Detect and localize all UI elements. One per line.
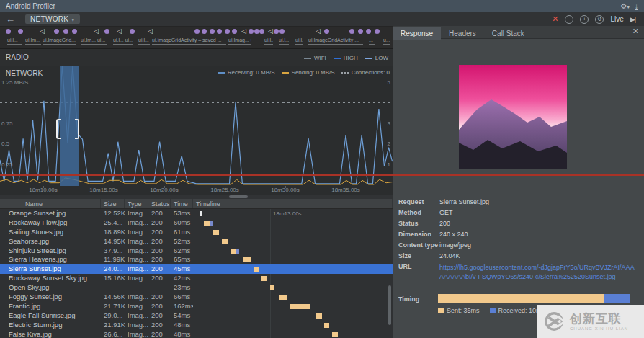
activity-event-dot[interactable] [72, 29, 77, 34]
skip-to-live-icon[interactable]: ▶| [630, 16, 635, 23]
activity-event-dot[interactable] [63, 29, 68, 34]
table-cell: Imag... [125, 274, 148, 283]
activity-event-dot[interactable] [6, 29, 11, 34]
activity-event-dot[interactable] [194, 29, 200, 34]
table-row[interactable]: Orange Sunset.jpg12.52KImag...20053ms [0, 209, 393, 218]
request-timeline-bar[interactable] [222, 239, 228, 244]
request-timeline-bar[interactable] [243, 257, 251, 262]
url-link[interactable]: https://lh5.googleusercontent.com/-dJgja… [439, 262, 635, 282]
table-row[interactable]: Rockaway Flow.jpg25.4...Imag...20060ms [0, 218, 393, 228]
table-cell: 12.52K [101, 209, 125, 218]
back-event-triangle-icon[interactable]: ◁ [117, 27, 122, 35]
activity-event-dot[interactable] [54, 29, 59, 34]
table-row[interactable]: Electric Storm.jpg21.91KImag...20048ms [0, 321, 393, 330]
table-row[interactable]: Open Sky.jpg23ms [0, 283, 393, 293]
activity-event-dot[interactable] [249, 29, 254, 34]
table-row[interactable]: Foggy Sunset.jpg14.56KImag...20066ms [0, 293, 393, 302]
activity-event-dot[interactable] [130, 29, 135, 34]
tab-headers[interactable]: Headers [441, 27, 484, 40]
table-row[interactable]: False Kiva.jpg26.6...Imag...20048ms [0, 330, 393, 338]
table-cell [101, 283, 125, 293]
activity-label: ... [369, 37, 375, 45]
timing-bar [438, 294, 630, 303]
table-row[interactable]: Eagle Fall Sunrise.jpg29.0...Imag...2005… [0, 311, 393, 321]
activity-event-dot[interactable] [324, 29, 329, 34]
column-header-name[interactable]: Name [0, 199, 101, 208]
back-event-triangle-icon[interactable]: ◁ [241, 27, 246, 35]
column-header-type[interactable]: Type [125, 199, 148, 208]
back-button[interactable]: ← [6, 14, 15, 25]
vertical-scrollbar-thumb[interactable] [388, 285, 391, 325]
table-header[interactable]: NameSizeTypeStatusTimeTimeline [0, 199, 393, 209]
activity-event-dot[interactable] [18, 29, 23, 34]
settings-gear-icon[interactable]: ⚙▾ [621, 0, 630, 13]
table-row[interactable]: Sierra Sunset.jpg24.0...Imag...20045ms [0, 264, 393, 274]
back-event-triangle-icon[interactable]: ◁ [148, 27, 153, 35]
request-timeline-bar[interactable] [254, 267, 259, 272]
back-event-triangle-icon[interactable]: ◁ [40, 27, 45, 35]
table-row[interactable]: Shinjuku Street.jpg37.9...Imag...20062ms [0, 246, 393, 256]
activity-event-dot[interactable] [232, 29, 237, 34]
activity-event-dot[interactable] [217, 29, 222, 34]
table-row[interactable]: Rockaway Sunset Sky.jpg15.16KImag...2004… [0, 274, 393, 283]
zoom-in-button[interactable]: + [580, 15, 589, 24]
detail-field: Size24.04K [398, 251, 640, 262]
activity-event-dot[interactable] [259, 29, 264, 34]
table-row[interactable]: Frantic.jpg21.71KImag...200162ms [0, 302, 393, 311]
tab-response[interactable]: Response [393, 27, 441, 40]
activity-event-dot[interactable] [274, 29, 279, 34]
activity-event-dot[interactable] [104, 29, 109, 34]
back-event-triangle-icon[interactable]: ◁ [268, 27, 273, 35]
download-icon[interactable]: ↓ [635, 3, 638, 10]
end-session-button[interactable]: ✕ [552, 14, 558, 24]
column-header-size[interactable]: Size [101, 199, 125, 208]
column-header-time[interactable]: Time [171, 199, 193, 208]
selection-handle-left[interactable] [56, 119, 61, 139]
request-timeline-bar[interactable] [261, 276, 267, 281]
request-timeline-bar[interactable] [200, 211, 202, 216]
table-cell: False Kiva.jpg [0, 330, 101, 338]
activity-event-dot[interactable] [349, 29, 354, 34]
detail-field: Status200 [398, 218, 640, 229]
table-row[interactable]: Sierra Heavens.jpg11.99KImag...20065ms [0, 255, 393, 264]
activity-event-dot[interactable] [358, 29, 363, 34]
activity-event-dot[interactable] [375, 29, 380, 34]
table-cell: Sierra Sunset.jpg [0, 264, 101, 274]
reset-zoom-button[interactable]: ↺ [595, 15, 604, 24]
request-timeline-bar[interactable] [332, 332, 338, 337]
horizontal-scrollbar-thumb[interactable] [229, 195, 248, 198]
timing-label: Timing [398, 295, 419, 303]
back-event-triangle-icon[interactable]: ◁ [94, 27, 99, 35]
request-timeline-bar[interactable] [324, 323, 329, 328]
table-row[interactable]: Sailing Stones.jpg18.89KImag...20061ms [0, 228, 393, 237]
session-selector-network[interactable]: NETWORK▾ [25, 14, 80, 24]
activity-event-dot[interactable] [279, 29, 285, 34]
radio-state-row: RADIO WIFIHIGHLOW [0, 48, 393, 66]
activity-event-dot[interactable] [225, 29, 230, 34]
activity-event-dot[interactable] [254, 29, 259, 34]
event-timeline[interactable]: ◁◁◁◁◁◁◁ui.l...ui.Im...ui.ImageGrid...ui.… [0, 27, 393, 48]
column-header-timeline[interactable]: Timeline [193, 199, 393, 208]
table-row[interactable]: Seahorse.jpg14.95KImag...20052ms [0, 237, 393, 246]
request-timeline-bar[interactable] [316, 313, 322, 319]
live-button[interactable]: Live [610, 15, 623, 23]
request-timeline-bar[interactable] [213, 230, 219, 235]
table-cell: 200 [148, 218, 171, 228]
request-timeline-bar[interactable] [204, 221, 210, 226]
legend-line-icon [365, 58, 372, 59]
activity-event-dot[interactable] [366, 29, 371, 34]
back-event-triangle-icon[interactable]: ◁ [316, 27, 321, 35]
request-timeline-bar[interactable] [279, 295, 287, 300]
radio-section-label: RADIO [6, 53, 29, 61]
zoom-out-button[interactable]: − [565, 15, 573, 24]
activity-event-dot[interactable] [202, 29, 207, 34]
request-timeline-bar[interactable] [290, 304, 310, 309]
close-panel-icon[interactable]: ✕ [632, 27, 639, 36]
column-header-status[interactable]: Status [148, 199, 171, 208]
tab-call-stack[interactable]: Call Stack [484, 27, 532, 40]
activity-event-dot[interactable] [210, 29, 215, 34]
request-timeline-bar[interactable] [231, 249, 236, 254]
network-chart[interactable]: NETWORK Receiving: 0 MB/SSending: 0 MB/S… [0, 66, 393, 186]
request-timeline-bar[interactable] [270, 285, 274, 290]
selection-handle-right[interactable] [75, 119, 79, 139]
